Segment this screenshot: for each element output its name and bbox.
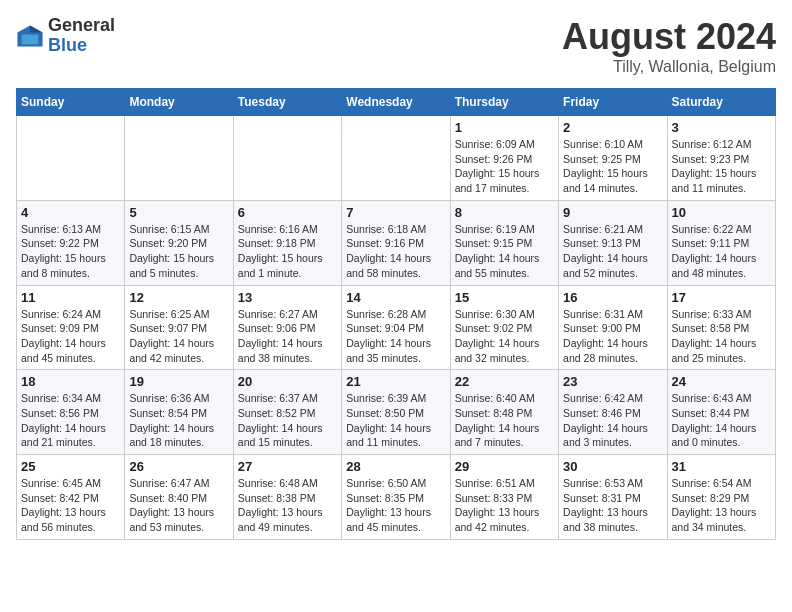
day-info: Sunrise: 6:53 AM Sunset: 8:31 PM Dayligh… xyxy=(563,476,662,535)
day-info: Sunrise: 6:40 AM Sunset: 8:48 PM Dayligh… xyxy=(455,391,554,450)
day-number: 1 xyxy=(455,120,554,135)
calendar-cell: 23Sunrise: 6:42 AM Sunset: 8:46 PM Dayli… xyxy=(559,370,667,455)
day-info: Sunrise: 6:51 AM Sunset: 8:33 PM Dayligh… xyxy=(455,476,554,535)
day-info: Sunrise: 6:22 AM Sunset: 9:11 PM Dayligh… xyxy=(672,222,771,281)
day-info: Sunrise: 6:39 AM Sunset: 8:50 PM Dayligh… xyxy=(346,391,445,450)
day-info: Sunrise: 6:24 AM Sunset: 9:09 PM Dayligh… xyxy=(21,307,120,366)
calendar-cell: 8Sunrise: 6:19 AM Sunset: 9:15 PM Daylig… xyxy=(450,200,558,285)
calendar-week-row: 11Sunrise: 6:24 AM Sunset: 9:09 PM Dayli… xyxy=(17,285,776,370)
calendar-cell: 21Sunrise: 6:39 AM Sunset: 8:50 PM Dayli… xyxy=(342,370,450,455)
calendar-cell: 17Sunrise: 6:33 AM Sunset: 8:58 PM Dayli… xyxy=(667,285,775,370)
calendar-cell: 14Sunrise: 6:28 AM Sunset: 9:04 PM Dayli… xyxy=(342,285,450,370)
calendar-cell: 9Sunrise: 6:21 AM Sunset: 9:13 PM Daylig… xyxy=(559,200,667,285)
day-number: 8 xyxy=(455,205,554,220)
calendar-cell: 25Sunrise: 6:45 AM Sunset: 8:42 PM Dayli… xyxy=(17,455,125,540)
day-number: 21 xyxy=(346,374,445,389)
weekday-header: Saturday xyxy=(667,89,775,116)
calendar-week-row: 18Sunrise: 6:34 AM Sunset: 8:56 PM Dayli… xyxy=(17,370,776,455)
day-info: Sunrise: 6:47 AM Sunset: 8:40 PM Dayligh… xyxy=(129,476,228,535)
calendar-cell: 26Sunrise: 6:47 AM Sunset: 8:40 PM Dayli… xyxy=(125,455,233,540)
day-number: 11 xyxy=(21,290,120,305)
calendar-cell: 6Sunrise: 6:16 AM Sunset: 9:18 PM Daylig… xyxy=(233,200,341,285)
calendar-cell: 24Sunrise: 6:43 AM Sunset: 8:44 PM Dayli… xyxy=(667,370,775,455)
day-info: Sunrise: 6:36 AM Sunset: 8:54 PM Dayligh… xyxy=(129,391,228,450)
calendar-cell: 20Sunrise: 6:37 AM Sunset: 8:52 PM Dayli… xyxy=(233,370,341,455)
day-info: Sunrise: 6:10 AM Sunset: 9:25 PM Dayligh… xyxy=(563,137,662,196)
day-info: Sunrise: 6:48 AM Sunset: 8:38 PM Dayligh… xyxy=(238,476,337,535)
page-header: General Blue August 2024 Tilly, Wallonia… xyxy=(16,16,776,76)
svg-rect-2 xyxy=(22,34,39,44)
calendar-cell: 2Sunrise: 6:10 AM Sunset: 9:25 PM Daylig… xyxy=(559,116,667,201)
day-info: Sunrise: 6:13 AM Sunset: 9:22 PM Dayligh… xyxy=(21,222,120,281)
calendar-cell xyxy=(233,116,341,201)
svg-marker-1 xyxy=(30,25,43,32)
day-info: Sunrise: 6:19 AM Sunset: 9:15 PM Dayligh… xyxy=(455,222,554,281)
weekday-header-row: SundayMondayTuesdayWednesdayThursdayFrid… xyxy=(17,89,776,116)
calendar-cell: 22Sunrise: 6:40 AM Sunset: 8:48 PM Dayli… xyxy=(450,370,558,455)
day-number: 26 xyxy=(129,459,228,474)
day-number: 3 xyxy=(672,120,771,135)
logo: General Blue xyxy=(16,16,115,56)
calendar-week-row: 25Sunrise: 6:45 AM Sunset: 8:42 PM Dayli… xyxy=(17,455,776,540)
day-number: 20 xyxy=(238,374,337,389)
day-number: 2 xyxy=(563,120,662,135)
calendar-cell: 13Sunrise: 6:27 AM Sunset: 9:06 PM Dayli… xyxy=(233,285,341,370)
location: Tilly, Wallonia, Belgium xyxy=(562,58,776,76)
day-number: 16 xyxy=(563,290,662,305)
day-info: Sunrise: 6:34 AM Sunset: 8:56 PM Dayligh… xyxy=(21,391,120,450)
day-info: Sunrise: 6:18 AM Sunset: 9:16 PM Dayligh… xyxy=(346,222,445,281)
day-number: 29 xyxy=(455,459,554,474)
weekday-header: Monday xyxy=(125,89,233,116)
day-number: 22 xyxy=(455,374,554,389)
day-number: 14 xyxy=(346,290,445,305)
day-number: 30 xyxy=(563,459,662,474)
calendar-cell: 11Sunrise: 6:24 AM Sunset: 9:09 PM Dayli… xyxy=(17,285,125,370)
day-info: Sunrise: 6:45 AM Sunset: 8:42 PM Dayligh… xyxy=(21,476,120,535)
calendar-cell: 27Sunrise: 6:48 AM Sunset: 8:38 PM Dayli… xyxy=(233,455,341,540)
day-number: 13 xyxy=(238,290,337,305)
day-info: Sunrise: 6:09 AM Sunset: 9:26 PM Dayligh… xyxy=(455,137,554,196)
calendar-cell: 18Sunrise: 6:34 AM Sunset: 8:56 PM Dayli… xyxy=(17,370,125,455)
logo-icon xyxy=(16,22,44,50)
title-block: August 2024 Tilly, Wallonia, Belgium xyxy=(562,16,776,76)
day-number: 9 xyxy=(563,205,662,220)
calendar-cell xyxy=(17,116,125,201)
logo-general: General xyxy=(48,16,115,36)
day-info: Sunrise: 6:16 AM Sunset: 9:18 PM Dayligh… xyxy=(238,222,337,281)
weekday-header: Tuesday xyxy=(233,89,341,116)
day-number: 15 xyxy=(455,290,554,305)
calendar-cell: 10Sunrise: 6:22 AM Sunset: 9:11 PM Dayli… xyxy=(667,200,775,285)
day-info: Sunrise: 6:21 AM Sunset: 9:13 PM Dayligh… xyxy=(563,222,662,281)
day-number: 5 xyxy=(129,205,228,220)
day-info: Sunrise: 6:12 AM Sunset: 9:23 PM Dayligh… xyxy=(672,137,771,196)
day-number: 31 xyxy=(672,459,771,474)
day-number: 25 xyxy=(21,459,120,474)
calendar-cell: 31Sunrise: 6:54 AM Sunset: 8:29 PM Dayli… xyxy=(667,455,775,540)
day-number: 10 xyxy=(672,205,771,220)
day-number: 12 xyxy=(129,290,228,305)
weekday-header: Sunday xyxy=(17,89,125,116)
day-info: Sunrise: 6:42 AM Sunset: 8:46 PM Dayligh… xyxy=(563,391,662,450)
logo-text: General Blue xyxy=(48,16,115,56)
calendar-cell xyxy=(342,116,450,201)
day-info: Sunrise: 6:30 AM Sunset: 9:02 PM Dayligh… xyxy=(455,307,554,366)
calendar-cell: 28Sunrise: 6:50 AM Sunset: 8:35 PM Dayli… xyxy=(342,455,450,540)
logo-blue: Blue xyxy=(48,36,115,56)
day-number: 28 xyxy=(346,459,445,474)
calendar-cell: 4Sunrise: 6:13 AM Sunset: 9:22 PM Daylig… xyxy=(17,200,125,285)
day-info: Sunrise: 6:15 AM Sunset: 9:20 PM Dayligh… xyxy=(129,222,228,281)
day-info: Sunrise: 6:33 AM Sunset: 8:58 PM Dayligh… xyxy=(672,307,771,366)
calendar-cell: 7Sunrise: 6:18 AM Sunset: 9:16 PM Daylig… xyxy=(342,200,450,285)
day-info: Sunrise: 6:43 AM Sunset: 8:44 PM Dayligh… xyxy=(672,391,771,450)
day-number: 6 xyxy=(238,205,337,220)
weekday-header: Wednesday xyxy=(342,89,450,116)
day-info: Sunrise: 6:25 AM Sunset: 9:07 PM Dayligh… xyxy=(129,307,228,366)
calendar-cell: 30Sunrise: 6:53 AM Sunset: 8:31 PM Dayli… xyxy=(559,455,667,540)
calendar-week-row: 4Sunrise: 6:13 AM Sunset: 9:22 PM Daylig… xyxy=(17,200,776,285)
calendar-cell: 3Sunrise: 6:12 AM Sunset: 9:23 PM Daylig… xyxy=(667,116,775,201)
day-info: Sunrise: 6:31 AM Sunset: 9:00 PM Dayligh… xyxy=(563,307,662,366)
day-info: Sunrise: 6:37 AM Sunset: 8:52 PM Dayligh… xyxy=(238,391,337,450)
calendar-cell: 15Sunrise: 6:30 AM Sunset: 9:02 PM Dayli… xyxy=(450,285,558,370)
day-info: Sunrise: 6:50 AM Sunset: 8:35 PM Dayligh… xyxy=(346,476,445,535)
calendar-cell: 1Sunrise: 6:09 AM Sunset: 9:26 PM Daylig… xyxy=(450,116,558,201)
